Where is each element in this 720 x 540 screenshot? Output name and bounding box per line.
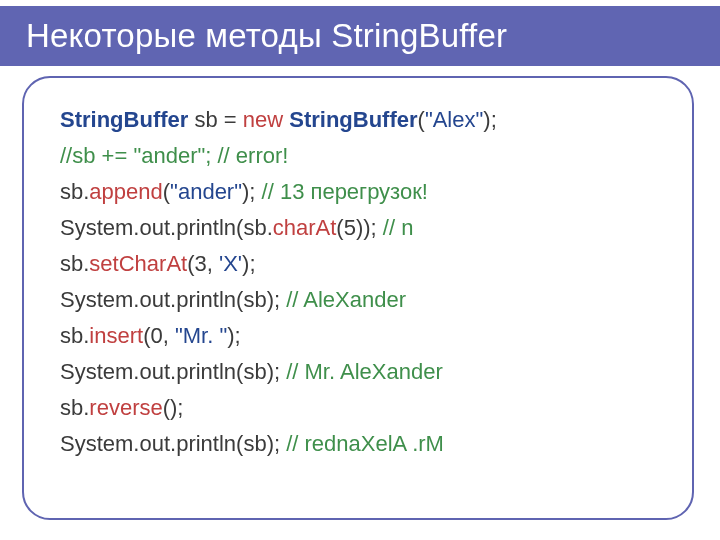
code-line-1: StringBuffer sb = new StringBuffer("Alex…	[60, 102, 664, 138]
code-text: ();	[163, 395, 184, 420]
code-text: sb.	[60, 179, 89, 204]
method-name: append	[89, 179, 162, 204]
code-text: System.out.println(sb.	[60, 215, 273, 240]
code-text: (	[418, 107, 425, 132]
code-text: System.out.println(sb);	[60, 431, 286, 456]
method-name: reverse	[89, 395, 162, 420]
code-text: sb =	[188, 107, 242, 132]
char-literal: 'X'	[219, 251, 242, 276]
code-line-10: System.out.println(sb); // rednaXelA .rM	[60, 426, 664, 462]
code-text: sb.	[60, 323, 89, 348]
code-line-3: sb.append("ander"); // 13 перегрузок!	[60, 174, 664, 210]
code-text: System.out.println(sb);	[60, 287, 286, 312]
type-name: StringBuffer	[60, 107, 188, 132]
method-name: charAt	[273, 215, 337, 240]
comment: // 13 перегрузок!	[262, 179, 428, 204]
comment: // AleXander	[286, 287, 406, 312]
code-line-2: //sb += "ander"; // error!	[60, 138, 664, 174]
code-line-8: System.out.println(sb); // Mr. AleXander	[60, 354, 664, 390]
code-text: (0,	[143, 323, 175, 348]
code-line-6: System.out.println(sb); // AleXander	[60, 282, 664, 318]
string-literal: "Mr. "	[175, 323, 227, 348]
code-text: );	[242, 251, 255, 276]
comment: // Mr. AleXander	[286, 359, 443, 384]
code-text: );	[483, 107, 496, 132]
code-line-9: sb.reverse();	[60, 390, 664, 426]
code-text: );	[227, 323, 240, 348]
string-literal: "ander"	[170, 179, 242, 204]
method-name: setCharAt	[89, 251, 187, 276]
code-line-7: sb.insert(0, "Mr. ");	[60, 318, 664, 354]
code-text: sb.	[60, 395, 89, 420]
code-line-4: System.out.println(sb.charAt(5)); // n	[60, 210, 664, 246]
keyword-new: new	[243, 107, 283, 132]
code-line-5: sb.setCharAt(3, 'X');	[60, 246, 664, 282]
comment: // n	[383, 215, 414, 240]
code-text: (3,	[187, 251, 219, 276]
comment: //sb += "ander"; // error!	[60, 143, 288, 168]
code-text: );	[242, 179, 262, 204]
code-text: System.out.println(sb);	[60, 359, 286, 384]
slide-title: Некоторые методы StringBuffer	[0, 17, 507, 55]
comment: // rednaXelA .rM	[286, 431, 444, 456]
string-literal: "Alex"	[425, 107, 483, 132]
code-text: sb.	[60, 251, 89, 276]
type-name: StringBuffer	[289, 107, 417, 132]
method-name: insert	[89, 323, 143, 348]
title-band: Некоторые методы StringBuffer	[0, 6, 720, 66]
slide: Некоторые методы StringBuffer StringBuff…	[0, 0, 720, 540]
content-box: StringBuffer sb = new StringBuffer("Alex…	[22, 76, 694, 520]
code-text: (5));	[336, 215, 382, 240]
code-text: (	[163, 179, 170, 204]
